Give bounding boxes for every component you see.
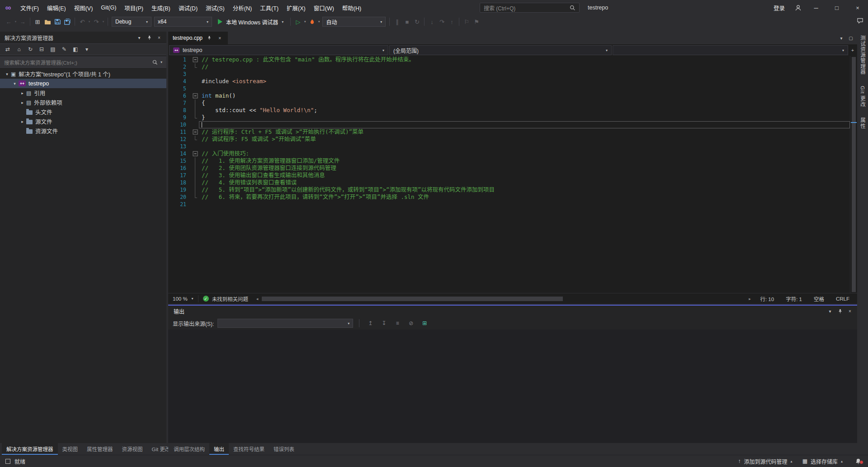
switch-views-icon[interactable]: ⇄ xyxy=(3,44,13,54)
redo-icon[interactable]: ↷ xyxy=(91,16,101,27)
editor-horizontal-scrollbar[interactable]: ◂ ▸ xyxy=(253,293,754,304)
code-editor[interactable]: 1// testrepo.cpp : 此文件包含 "main" 函数。程序执行将… xyxy=(168,56,850,293)
close-icon[interactable]: × xyxy=(216,34,223,42)
editor-vertical-scrollbar[interactable] xyxy=(850,56,857,293)
document-health-indicator[interactable]: 未找到相关问题 xyxy=(198,295,253,302)
right-dock-tab[interactable]: 属性 xyxy=(859,118,866,129)
scroll-right-icon[interactable]: ▸ xyxy=(747,297,752,301)
left-dock-tab[interactable]: 属性管理器 xyxy=(82,443,118,455)
window-list-icon[interactable]: ▾ xyxy=(838,34,845,42)
tree-item[interactable]: ▸源文件 xyxy=(0,117,166,126)
bottom-dock-tab[interactable]: 查找符号结果 xyxy=(229,443,269,455)
undo-dropdown-icon[interactable]: ▾ xyxy=(87,20,91,24)
code-line[interactable]: 3 xyxy=(168,71,850,78)
show-all-files-icon[interactable]: ▤ xyxy=(48,44,58,54)
tree-item[interactable]: ▾++testrepo xyxy=(0,79,166,88)
scrollbar-track[interactable] xyxy=(261,296,746,302)
save-all-icon[interactable] xyxy=(62,16,72,27)
code-line[interactable]: 6int main() xyxy=(168,92,850,99)
autoscroll-icon[interactable]: ⊞ xyxy=(420,318,429,328)
restart-icon[interactable]: ↻ xyxy=(412,16,422,27)
tree-item[interactable]: ▸▤引用 xyxy=(0,88,166,98)
pin-icon[interactable] xyxy=(836,308,844,315)
menu-item[interactable]: 扩展(X) xyxy=(283,0,310,15)
zoom-dropdown[interactable]: 100 % ▾ xyxy=(168,293,198,304)
solution-search-box[interactable]: 搜索解决方案资源管理器(Ctrl+;) ▾ xyxy=(0,57,166,68)
window-position-icon[interactable]: ▾ xyxy=(826,308,834,315)
sign-in-button[interactable]: 登录 xyxy=(768,4,790,12)
member-dropdown[interactable]: ▾ xyxy=(613,45,848,55)
code-line[interactable]: 15// 1. 使用解决方案资源管理器窗口添加/管理文件 xyxy=(168,157,850,165)
menu-item[interactable]: 分析(N) xyxy=(229,0,256,15)
start-debugging-button[interactable]: 本地 Windows 调试器 ▾ xyxy=(214,16,287,27)
undo-icon[interactable]: ↶ xyxy=(77,16,87,27)
break-all-icon[interactable]: ∥ xyxy=(392,16,402,27)
scrollbar-thumb[interactable] xyxy=(262,297,562,301)
sync-with-active-document-icon[interactable]: ⌂ xyxy=(14,44,24,54)
split-editor-icon[interactable]: + xyxy=(849,47,856,54)
send-feedback-icon[interactable] xyxy=(857,18,863,25)
menu-item[interactable]: 调试(D) xyxy=(175,0,202,15)
code-line[interactable]: 8 std::cout << "Hello World!\n"; xyxy=(168,107,850,114)
open-folder-icon[interactable] xyxy=(42,16,52,27)
user-avatar-icon[interactable] xyxy=(790,5,806,11)
output-source-dropdown[interactable]: ▾ xyxy=(217,319,353,328)
document-tab[interactable]: testrepo.cpp × xyxy=(168,32,228,44)
properties-icon[interactable]: ✎ xyxy=(59,44,69,54)
expand-arrow-icon[interactable]: ▸ xyxy=(19,91,26,95)
previous-message-icon[interactable]: ↥ xyxy=(365,318,375,328)
word-wrap-icon[interactable]: ≡ xyxy=(392,318,402,328)
float-window-icon[interactable]: ▢ xyxy=(847,34,854,42)
fold-collapse-icon[interactable] xyxy=(192,92,199,99)
fold-collapse-icon[interactable] xyxy=(192,150,199,157)
menu-item[interactable]: 编辑(E) xyxy=(43,0,70,15)
minimize-button[interactable]: ─ xyxy=(806,0,826,15)
menu-item[interactable]: 工具(T) xyxy=(256,0,283,15)
select-repository-button[interactable]: ▦ 选择存储库 ▴ xyxy=(802,458,843,465)
eol-indicator[interactable]: CRLF xyxy=(830,296,855,302)
scrollbar-thumb[interactable] xyxy=(852,57,856,292)
tree-item[interactable]: 头文件 xyxy=(0,107,166,117)
save-icon[interactable] xyxy=(52,16,62,27)
code-line[interactable]: 19// 5. 转到“项目”>“添加新项”以创建新的代码文件，或转到“项目”>“… xyxy=(168,186,850,193)
left-dock-tab[interactable]: 资源视图 xyxy=(118,443,147,455)
new-project-icon[interactable]: ⊞ xyxy=(33,16,42,27)
close-icon[interactable]: × xyxy=(156,34,163,41)
code-line[interactable]: 9} xyxy=(168,114,850,121)
scroll-left-icon[interactable]: ◂ xyxy=(255,297,260,301)
search-options-icon[interactable]: ▾ xyxy=(160,60,162,64)
background-tasks-icon[interactable] xyxy=(5,459,10,464)
refresh-icon[interactable]: ↻ xyxy=(25,44,35,54)
output-content[interactable] xyxy=(168,330,857,443)
navigate-back-icon[interactable]: ← xyxy=(4,16,14,27)
left-dock-tab[interactable]: 解决方案资源管理器 xyxy=(2,443,58,455)
project-dropdown[interactable]: testrepo ▾ xyxy=(169,45,388,55)
code-line[interactable]: 1// testrepo.cpp : 此文件包含 "main" 函数。程序执行将… xyxy=(168,56,850,63)
tree-item[interactable]: ▾▣解决方案"testrepo"(1 个项目/共 1 个) xyxy=(0,69,166,79)
code-line[interactable]: 5 xyxy=(168,85,850,92)
code-line[interactable]: 7{ xyxy=(168,99,850,107)
navigate-forward-icon[interactable]: → xyxy=(18,16,28,27)
stop-debugging-icon[interactable]: ■ xyxy=(402,16,412,27)
close-icon[interactable]: × xyxy=(846,308,854,315)
solution-platform-dropdown[interactable]: x64 ▾ xyxy=(154,17,212,27)
code-line[interactable]: 14// 入门使用技巧: xyxy=(168,150,850,157)
solution-configuration-dropdown[interactable]: Debug ▾ xyxy=(112,17,151,27)
scope-dropdown[interactable]: (全局范围) ▾ xyxy=(389,45,612,55)
step-out-icon[interactable]: ↑ xyxy=(447,16,457,27)
hot-reload-icon[interactable] xyxy=(307,16,317,27)
code-line[interactable]: 17// 3. 使用输出窗口查看生成输出和其他消息 xyxy=(168,172,850,179)
fold-collapse-icon[interactable] xyxy=(192,56,199,63)
menu-item[interactable]: 测试(S) xyxy=(202,0,229,15)
preview-selected-items-icon[interactable]: ◧ xyxy=(71,44,80,54)
next-message-icon[interactable]: ↧ xyxy=(379,318,389,328)
more-options-icon[interactable]: ▾ xyxy=(82,44,92,54)
code-line[interactable]: 21 xyxy=(168,201,850,208)
bottom-dock-tab[interactable]: 调用层次结构 xyxy=(169,443,209,455)
window-position-icon[interactable]: ▾ xyxy=(136,34,143,41)
code-line[interactable]: 13 xyxy=(168,143,850,150)
auto-mode-dropdown[interactable]: 自动 ▾ xyxy=(322,17,386,27)
expand-arrow-icon[interactable]: ▸ xyxy=(19,100,26,105)
pin-icon[interactable] xyxy=(146,34,153,41)
navigate-back-dropdown-icon[interactable]: ▾ xyxy=(14,20,18,24)
